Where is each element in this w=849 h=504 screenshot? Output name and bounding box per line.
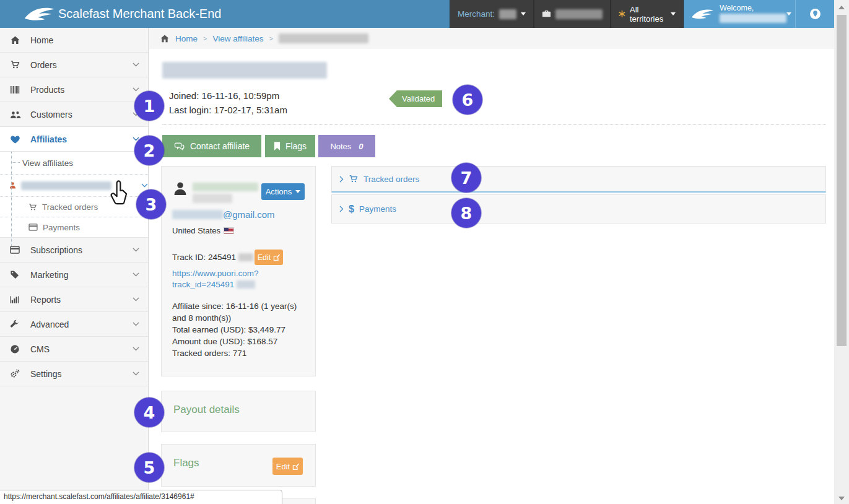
sidebar-item-advanced[interactable]: Advanced bbox=[0, 312, 148, 337]
dashboard-icon bbox=[10, 344, 22, 354]
sidebar-item-products[interactable]: Products bbox=[0, 77, 148, 102]
contact-affiliate-button[interactable]: Contact affiliate bbox=[162, 135, 261, 157]
sidebar-item-subscriptions[interactable]: Subscriptions bbox=[0, 238, 148, 263]
scrollbar-down-arrow[interactable] bbox=[838, 497, 845, 500]
asterisk-icon bbox=[619, 11, 625, 17]
home-icon bbox=[10, 35, 22, 45]
sidebar-item-home[interactable]: Home bbox=[0, 28, 148, 53]
chevron-down-icon bbox=[133, 248, 139, 252]
app-window: Scalefast Merchant Back-End Merchant: Al… bbox=[0, 0, 849, 504]
payments-accordion[interactable]: $ Payments bbox=[331, 194, 826, 224]
affiliate-email[interactable]: @gmail.com bbox=[172, 209, 275, 220]
annotation-circle-6: 6 bbox=[453, 85, 482, 115]
chevron-down-icon bbox=[671, 12, 676, 15]
chevron-down-icon bbox=[133, 371, 139, 376]
chevron-down-icon bbox=[521, 12, 526, 15]
payout-details-title: Payout details bbox=[173, 404, 240, 416]
cart-icon bbox=[28, 203, 37, 211]
affiliate-stats: Affiliate since: 16-11-16 (1 year(s) and… bbox=[172, 300, 308, 359]
annotation-circle-7: 7 bbox=[451, 163, 481, 193]
redacted-profile-name bbox=[193, 183, 258, 191]
territories-label: All territories bbox=[630, 5, 666, 24]
chevron-down-icon bbox=[141, 183, 148, 188]
cart-icon bbox=[349, 175, 359, 183]
redacted-affiliate-name bbox=[21, 181, 111, 190]
annotation-circle-3: 3 bbox=[136, 189, 166, 219]
track-id: Track ID: 245491 bbox=[172, 253, 253, 262]
breadcrumb-home[interactable]: Home bbox=[175, 34, 198, 43]
annotation-circle-5: 5 bbox=[134, 453, 164, 482]
breadcrumb-separator: > bbox=[269, 35, 273, 42]
actions-dropdown-button[interactable]: Actions bbox=[261, 183, 305, 200]
affiliate-since: Affiliate since: 16-11-16 (1 year(s) and… bbox=[172, 300, 308, 324]
store-selector[interactable] bbox=[534, 0, 611, 28]
scrollbar-up-arrow[interactable] bbox=[838, 6, 845, 9]
nav-tree-line bbox=[11, 152, 12, 246]
us-flag-icon bbox=[224, 227, 234, 234]
sidebar-item-cms[interactable]: CMS bbox=[0, 337, 148, 362]
chevron-down-icon bbox=[295, 190, 300, 193]
flags-title: Flags bbox=[173, 457, 199, 469]
hand-cursor-icon bbox=[108, 180, 129, 207]
users-icon bbox=[10, 109, 22, 119]
edit-flags-button[interactable]: Edit bbox=[272, 458, 303, 475]
chevron-right-icon bbox=[339, 176, 344, 183]
credit-card-icon bbox=[28, 224, 38, 231]
wrench-icon bbox=[10, 319, 22, 329]
affiliate-dates: Joined: 16-11-16, 10:59pm Last login: 17… bbox=[169, 89, 287, 117]
edit-pencil-icon bbox=[273, 254, 280, 261]
bar-chart-icon bbox=[10, 294, 22, 305]
briefcase-icon bbox=[542, 9, 551, 19]
total-earned: Total earned (USD): $3,449.77 bbox=[172, 324, 308, 336]
redacted-track-id-suffix bbox=[238, 253, 253, 261]
welcome-label: Welcome, bbox=[720, 4, 754, 12]
affiliate-profile-card: Actions @gmail.com United States Track I… bbox=[161, 166, 316, 376]
redacted-url-suffix bbox=[237, 280, 255, 289]
annotation-circle-8: 8 bbox=[451, 198, 481, 228]
notes-button[interactable]: Notes 0 bbox=[318, 135, 375, 157]
person-icon bbox=[9, 181, 17, 189]
tracked-orders-accordion[interactable]: Tracked orders bbox=[331, 166, 826, 193]
scrollbar-thumb[interactable] bbox=[837, 15, 847, 346]
sidebar-item-settings[interactable]: Settings bbox=[0, 362, 148, 386]
breadcrumb-view-affiliates[interactable]: View affiliates bbox=[212, 34, 263, 43]
person-icon bbox=[172, 181, 188, 197]
vertical-scrollbar[interactable] bbox=[834, 0, 849, 504]
redacted-profile-name-2 bbox=[193, 194, 232, 203]
sidebar-item-payments[interactable]: Payments bbox=[0, 217, 148, 238]
bookmark-icon bbox=[274, 142, 281, 150]
sidebar-item-affiliates[interactable]: Affiliates bbox=[0, 127, 148, 152]
chevron-down-icon bbox=[133, 297, 139, 302]
sidebar-item-orders[interactable]: Orders bbox=[0, 53, 148, 77]
sidebar-item-view-affiliates[interactable]: View affiliates bbox=[0, 152, 148, 174]
language-globe-button[interactable] bbox=[795, 0, 834, 28]
flags-card: Flags Edit bbox=[161, 444, 316, 487]
merchant-selector[interactable]: Merchant: bbox=[450, 0, 534, 28]
merchant-label: Merchant: bbox=[458, 9, 495, 19]
scalefast-wing-icon bbox=[690, 7, 715, 21]
territories-selector[interactable]: All territories bbox=[611, 0, 684, 28]
chevron-down-icon bbox=[133, 347, 139, 351]
last-login-date: Last login: 17-02-17, 5:31am bbox=[169, 103, 287, 117]
heart-icon bbox=[10, 134, 22, 144]
redacted-page-title bbox=[162, 62, 327, 79]
redacted-merchant-value bbox=[499, 9, 516, 19]
user-menu[interactable]: Welcome, bbox=[684, 0, 795, 28]
sidebar-item-marketing[interactable]: Marketing bbox=[0, 263, 148, 287]
chevron-down-icon bbox=[133, 87, 139, 92]
annotation-circle-2: 2 bbox=[134, 136, 164, 165]
tracking-url-line2[interactable]: track_id=245491 bbox=[172, 280, 255, 289]
chevron-right-icon bbox=[339, 206, 344, 212]
chat-icon bbox=[174, 142, 185, 151]
sidebar-item-reports[interactable]: Reports bbox=[0, 287, 148, 312]
notes-count-badge: 0 bbox=[359, 142, 363, 151]
amount-due: Amount due (USD): $168.57 bbox=[172, 336, 308, 347]
tracking-url-line1[interactable]: https://www.puori.com? bbox=[172, 269, 259, 278]
home-icon bbox=[160, 34, 170, 43]
gears-icon bbox=[10, 368, 22, 379]
annotation-circle-4: 4 bbox=[134, 398, 164, 427]
sidebar-item-customers[interactable]: Customers bbox=[0, 102, 148, 127]
flags-button[interactable]: Flags bbox=[265, 135, 315, 157]
edit-track-id-button[interactable]: Edit bbox=[255, 250, 283, 265]
tag-icon bbox=[10, 269, 22, 280]
